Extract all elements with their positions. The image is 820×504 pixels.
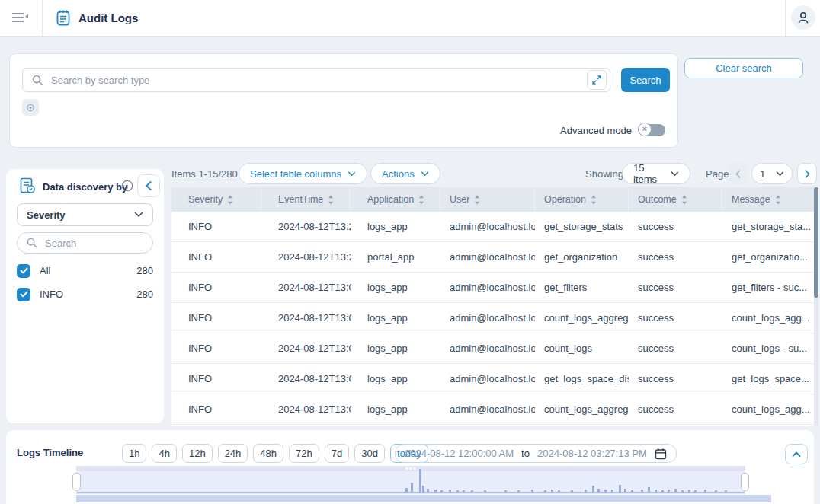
brush-handle-right[interactable] <box>741 473 749 491</box>
column-header[interactable]: User <box>440 187 535 212</box>
sort-icon[interactable] <box>474 195 480 205</box>
facet-item[interactable]: INFO 280 <box>6 282 164 306</box>
range-button-24h[interactable]: 24h <box>218 444 248 463</box>
table-row[interactable]: INFO2024-08-12T13:08:...logs_appadmin@lo… <box>171 303 814 333</box>
search-button[interactable]: Search <box>621 68 670 92</box>
table-row[interactable]: INFO2024-08-12T13:08:...logs_appadmin@lo… <box>171 394 814 425</box>
table-body: INFO2024-08-12T13:27:...logs_appadmin@lo… <box>171 212 814 426</box>
table-cell: get_storage_stats <box>535 221 629 232</box>
table-cell: 2024-08-12T13:08:... <box>261 404 351 415</box>
table-cell: admin@localhost.lo... <box>440 373 535 384</box>
range-button-12h[interactable]: 12h <box>182 444 213 463</box>
search-input[interactable] <box>50 74 587 87</box>
table-cell: success <box>629 312 722 324</box>
checkbox-checked-icon[interactable] <box>17 264 30 278</box>
table-cell: count_logs - su... <box>722 343 814 354</box>
sort-icon[interactable] <box>775 195 781 205</box>
range-button-7d[interactable]: 7d <box>325 444 349 463</box>
table-cell: logs_app <box>351 343 440 354</box>
table-row[interactable]: INFO2024-08-12T13:27:...portal_appadmin@… <box>171 242 814 273</box>
table-header-row: Severity EventTime Application User Oper… <box>171 187 814 212</box>
data-discovery-icon <box>18 177 37 195</box>
column-header[interactable]: Application <box>351 187 440 212</box>
table-row[interactable]: INFO2024-08-12T13:27:...logs_appadmin@lo… <box>171 212 814 242</box>
column-header[interactable]: EventTime <box>261 187 351 212</box>
next-page-button[interactable] <box>797 163 817 184</box>
brush-handle-left[interactable] <box>72 473 81 491</box>
sort-icon[interactable] <box>328 195 334 205</box>
facet-label: INFO <box>40 289 63 300</box>
actions-button[interactable]: Actions <box>370 163 440 184</box>
sort-icon[interactable] <box>681 195 687 205</box>
table-cell: admin@localhost.lo... <box>440 312 535 324</box>
sort-icon[interactable] <box>591 195 597 205</box>
table-cell: get_organizatio... <box>722 251 814 263</box>
range-button-1h[interactable]: 1h <box>122 444 146 463</box>
sort-icon[interactable] <box>227 195 233 205</box>
search-panel: Search Advanced mode × <box>9 53 678 148</box>
facet-list: All 280 INFO 280 <box>6 259 164 306</box>
sidebar-title: Data discovery by <box>43 181 127 193</box>
info-icon[interactable] <box>121 180 133 192</box>
column-header[interactable]: Severity <box>171 187 261 212</box>
table-cell: INFO <box>171 282 261 293</box>
range-button-48h[interactable]: 48h <box>253 444 283 463</box>
facet-item[interactable]: All 280 <box>6 259 164 282</box>
range-button-4h[interactable]: 4h <box>152 444 176 463</box>
table-cell: INFO <box>171 343 261 354</box>
search-icon <box>27 238 37 248</box>
histogram-bar <box>422 486 424 492</box>
select-columns-button[interactable]: Select table columns <box>239 163 367 184</box>
column-header[interactable]: Message <box>722 187 814 212</box>
table-cell: 2024-08-12T13:08:... <box>261 282 351 293</box>
table-cell: get_logs_space... <box>722 373 814 384</box>
date-range-picker[interactable]: 2024-08-12 12:00:00 AM to 2024-08-12 03:… <box>395 444 677 463</box>
table-cell: success <box>629 282 722 293</box>
sidebar-collapse-button[interactable] <box>137 174 160 197</box>
chevron-down-icon <box>134 212 143 218</box>
facet-search-box[interactable] <box>17 232 153 254</box>
table-row[interactable]: INFO2024-08-12T13:08:...logs_appadmin@lo… <box>171 333 814 364</box>
table-cell: admin@localhost.lo... <box>440 404 535 415</box>
table-row[interactable]: INFO2024-08-12T13:08:...logs_appadmin@lo… <box>171 364 814 394</box>
table-cell: get_filters <box>535 282 629 293</box>
table-row[interactable]: INFO2024-08-12T13:08:...logs_appadmin@lo… <box>171 273 814 303</box>
divider <box>42 0 43 36</box>
chevron-up-icon <box>792 451 801 458</box>
facet-type-select[interactable]: Severity <box>17 203 153 226</box>
collapse-menu-icon[interactable] <box>12 13 29 23</box>
prev-page-button[interactable] <box>729 163 747 184</box>
column-header[interactable]: Outcome <box>629 187 722 212</box>
table-cell: count_logs_agg... <box>722 312 814 324</box>
advanced-mode-toggle[interactable]: × <box>639 124 665 136</box>
user-avatar-icon[interactable] <box>791 5 815 30</box>
histogram-bar <box>419 469 421 492</box>
range-button-30d[interactable]: 30d <box>354 444 385 463</box>
scrollbar-thumb[interactable] <box>814 187 818 298</box>
table-cell: logs_app <box>351 373 440 384</box>
time-range-buttons: 1h4h12h24h48h72h7d30dtoday <box>122 444 428 463</box>
search-box[interactable] <box>22 68 610 92</box>
table-scrollbar[interactable] <box>814 187 818 426</box>
calendar-icon <box>655 448 667 460</box>
timeline-brush[interactable] <box>76 466 745 494</box>
table-cell: get_organization <box>535 251 629 263</box>
date-to: 2024-08-12 03:27:13 PM <box>537 448 647 459</box>
column-header[interactable]: Operation <box>535 187 629 212</box>
facet-count: 280 <box>136 265 153 276</box>
table-cell: 2024-08-12T13:08:... <box>261 343 351 354</box>
divider <box>785 0 786 36</box>
range-button-72h[interactable]: 72h <box>289 444 319 463</box>
page-size-select[interactable]: 15 items <box>622 163 690 184</box>
sort-icon[interactable] <box>418 195 424 205</box>
clear-search-button[interactable]: Clear search <box>684 58 803 78</box>
search-icon <box>32 75 43 86</box>
timeline-title: Logs Timeline <box>17 447 83 458</box>
checkbox-checked-icon[interactable] <box>17 288 30 301</box>
facet-search-input[interactable] <box>43 237 130 250</box>
expand-search-icon[interactable] <box>587 70 607 90</box>
table-cell: 2024-08-12T13:27:... <box>261 221 351 232</box>
timeline-collapse-button[interactable] <box>785 444 808 464</box>
page-number-select[interactable]: 1 <box>751 163 793 184</box>
add-criteria-button[interactable] <box>22 99 39 116</box>
